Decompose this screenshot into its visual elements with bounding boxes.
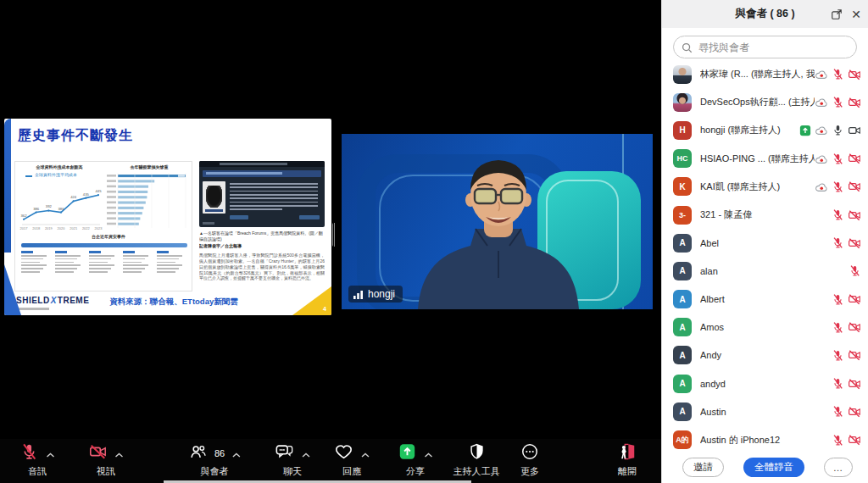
participant-row[interactable]: AAmos bbox=[662, 314, 868, 341]
mic-muted-icon bbox=[832, 321, 844, 334]
participant-row[interactable]: Aalan bbox=[662, 257, 868, 285]
participants-list: 林家瑋 (R... (聯席主持人, 我) DevSecOps執行顧... (主持… bbox=[662, 60, 868, 454]
timeline-title: 台企近年資安事件 bbox=[62, 234, 155, 240]
avatar: A bbox=[673, 290, 692, 308]
participant-row[interactable]: AAustin bbox=[662, 397, 868, 425]
participant-name: Austin bbox=[700, 407, 832, 417]
popout-icon[interactable] bbox=[831, 8, 843, 20]
camera-off-icon bbox=[848, 236, 861, 250]
svg-text:386: 386 bbox=[58, 207, 65, 211]
avatar: A bbox=[673, 318, 692, 336]
shared-slide-video[interactable]: 歷史事件不斷發生 全球資料外洩成本創新高 全球資料外洩平均成本 36220173… bbox=[4, 119, 331, 315]
slide-blue-edge bbox=[4, 119, 11, 253]
participant-row[interactable]: AAndy bbox=[662, 341, 868, 369]
toolbar-chat-button[interactable]: 聊天 bbox=[275, 443, 310, 478]
panel-title: 與會者 ( 86 ) bbox=[735, 7, 794, 21]
toolbar-label: 主持人工具 bbox=[453, 465, 500, 478]
chevron-up-icon[interactable] bbox=[232, 446, 241, 461]
cloud-record-icon bbox=[815, 153, 828, 164]
chevron-up-icon[interactable] bbox=[47, 446, 55, 461]
toolbar-more-button[interactable]: 更多 bbox=[520, 443, 539, 478]
participant-row[interactable]: A的Austin 的 iPhone12 bbox=[662, 425, 868, 453]
participants-panel: 與會者 ( 86 ) ✕ 林家瑋 (R... (聯席主持人, 我) DevSec… bbox=[661, 0, 868, 483]
mic-muted-icon bbox=[832, 180, 844, 193]
participant-row[interactable]: AAbel bbox=[662, 229, 868, 257]
participant-row[interactable]: KKAI凱 (聯席主持人) bbox=[662, 173, 868, 201]
line-chart-legend: 全球資料外洩平均成本 bbox=[35, 172, 103, 178]
mic-muted-icon bbox=[832, 349, 844, 362]
news-screenshot bbox=[199, 161, 325, 227]
chevron-up-icon[interactable] bbox=[425, 446, 433, 461]
toolbar-host-tools-button[interactable]: 主持人工具 bbox=[453, 443, 500, 478]
participant-name: Abel bbox=[700, 238, 832, 248]
close-icon[interactable]: ✕ bbox=[851, 8, 861, 21]
logo-tagline bbox=[17, 308, 49, 310]
panel-header: 與會者 ( 86 ) ✕ bbox=[662, 0, 868, 28]
toolbar-leave-button[interactable]: 離開 bbox=[618, 443, 637, 478]
camera-off-icon bbox=[848, 320, 861, 334]
chevron-up-icon[interactable] bbox=[361, 446, 370, 461]
toolbar-label: 更多 bbox=[520, 465, 539, 478]
speaker-video[interactable]: EME bbox=[342, 134, 653, 309]
avatar: A bbox=[673, 262, 692, 280]
svg-text:2017: 2017 bbox=[20, 226, 29, 230]
mute-all-button[interactable]: 全體靜音 bbox=[743, 458, 804, 477]
layout-resize-handle[interactable] bbox=[332, 223, 337, 247]
participant-row[interactable]: Aandyd bbox=[662, 369, 868, 397]
search-input[interactable] bbox=[673, 36, 857, 58]
mic-muted-icon bbox=[832, 293, 844, 306]
share-icon bbox=[398, 442, 417, 464]
participant-name: KAI凱 (聯席主持人) bbox=[700, 180, 815, 193]
slide-page-number: 4 bbox=[323, 306, 326, 312]
speaker-name-tag: hongji bbox=[348, 286, 403, 303]
participant-row[interactable]: Hhongji (聯席主持人) bbox=[662, 116, 868, 144]
mic-on-icon bbox=[832, 124, 844, 136]
svg-text:2022: 2022 bbox=[82, 226, 91, 230]
camera-muted-icon bbox=[89, 442, 108, 464]
bar-chart bbox=[107, 173, 192, 230]
svg-text:445: 445 bbox=[96, 189, 103, 193]
speaker-person bbox=[392, 151, 604, 309]
participant-row[interactable]: HCHSIAO-PING ... (聯席主持人) bbox=[662, 145, 868, 173]
toolbar-video-button[interactable]: 視訊 bbox=[89, 443, 124, 478]
svg-text:2020: 2020 bbox=[58, 226, 66, 230]
participant-row[interactable]: 林家瑋 (R... (聯席主持人, 我) bbox=[662, 60, 868, 88]
participant-name: HSIAO-PING ... (聯席主持人) bbox=[700, 153, 815, 165]
camera-off-icon bbox=[848, 208, 861, 222]
shield-icon bbox=[467, 442, 486, 464]
mic-muted-icon bbox=[20, 442, 39, 464]
toolbar-reactions-button[interactable]: 回應 bbox=[334, 443, 370, 478]
participant-row[interactable]: AAlbert bbox=[662, 286, 868, 314]
mic-muted-icon bbox=[832, 96, 844, 108]
panel-more-button[interactable]: … bbox=[824, 458, 853, 477]
invite-button[interactable]: 邀請 bbox=[682, 458, 724, 477]
toolbar-share-button[interactable]: 分享 bbox=[398, 443, 433, 478]
toolbar-audio-button[interactable]: 音訊 bbox=[20, 443, 55, 478]
toolbar-participants-button[interactable]: 86與會者 bbox=[188, 443, 241, 478]
leave-icon bbox=[618, 442, 637, 464]
avatar: K bbox=[673, 177, 692, 196]
participant-row[interactable]: 3-321 - 陳孟偉 bbox=[662, 201, 868, 229]
toolbar-label: 聊天 bbox=[283, 465, 302, 478]
mic-muted-icon bbox=[832, 153, 844, 165]
participant-name: 321 - 陳孟偉 bbox=[700, 208, 832, 221]
avatar bbox=[673, 93, 692, 112]
cloud-record-icon bbox=[815, 125, 828, 136]
camera-off-icon bbox=[848, 68, 861, 81]
line-chart-title: 全球資料外洩成本創新高 bbox=[17, 164, 102, 170]
cloud-record-icon bbox=[815, 97, 828, 108]
news-byline: 記者陳俊宇／台北報導 bbox=[199, 243, 325, 249]
slide-charts-box: 全球資料外洩成本創新高 全球資料外洩平均成本 36220173862018392… bbox=[14, 161, 192, 291]
participant-name: andyd bbox=[700, 379, 832, 389]
participant-row[interactable]: DevSecOps執行顧... (主持人) bbox=[662, 88, 868, 116]
chevron-up-icon[interactable] bbox=[115, 446, 124, 461]
participant-name: hongji (聯席主持人) bbox=[700, 124, 799, 136]
mic-muted-icon bbox=[832, 377, 844, 390]
svg-text:435: 435 bbox=[83, 192, 90, 197]
meeting-stage: 歷史事件不斷發生 全球資料外洩成本創新高 全球資料外洩平均成本 36220173… bbox=[0, 0, 661, 483]
toolbar-label: 回應 bbox=[342, 465, 361, 478]
camera-off-icon bbox=[848, 180, 861, 193]
cloud-record-icon bbox=[815, 181, 828, 192]
chevron-up-icon[interactable] bbox=[302, 446, 310, 461]
avatar: H bbox=[673, 121, 692, 140]
